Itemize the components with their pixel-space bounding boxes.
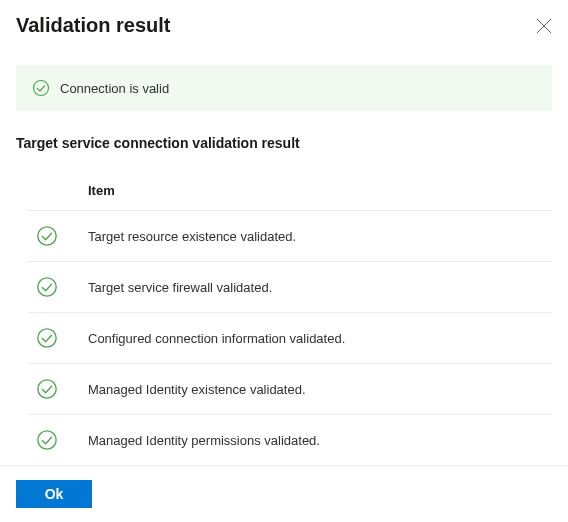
validation-item-label: Target resource existence validated. [88,229,296,244]
close-icon[interactable] [536,18,552,34]
success-icon [36,225,58,247]
table-row: Target resource existence validated. [28,211,552,262]
success-icon [36,429,58,451]
table-row: Managed Identity permissions validated. [28,415,552,466]
success-icon [36,327,58,349]
section-title: Target service connection validation res… [16,135,552,151]
svg-point-4 [38,278,56,296]
success-icon [32,79,50,97]
validation-item-label: Target service firewall validated. [88,280,272,295]
svg-point-7 [38,431,56,449]
ok-button[interactable]: Ok [16,480,92,508]
success-icon [36,276,58,298]
success-icon [36,378,58,400]
svg-point-3 [38,227,56,245]
table-row: Managed Identity existence validated. [28,364,552,415]
panel-title: Validation result [16,14,170,37]
panel-footer: Ok [0,465,568,522]
svg-point-5 [38,329,56,347]
table-row: Target service firewall validated. [28,262,552,313]
panel-header: Validation result [16,14,552,37]
validation-item-label: Managed Identity existence validated. [88,382,306,397]
svg-point-6 [38,380,56,398]
validation-table: Item Target resource existence validated… [16,183,552,466]
status-message: Connection is valid [60,81,169,96]
svg-point-2 [34,81,49,96]
validation-item-label: Managed Identity permissions validated. [88,433,320,448]
status-banner: Connection is valid [16,65,552,111]
table-column-header: Item [28,183,552,211]
validation-item-label: Configured connection information valida… [88,331,345,346]
table-row: Configured connection information valida… [28,313,552,364]
